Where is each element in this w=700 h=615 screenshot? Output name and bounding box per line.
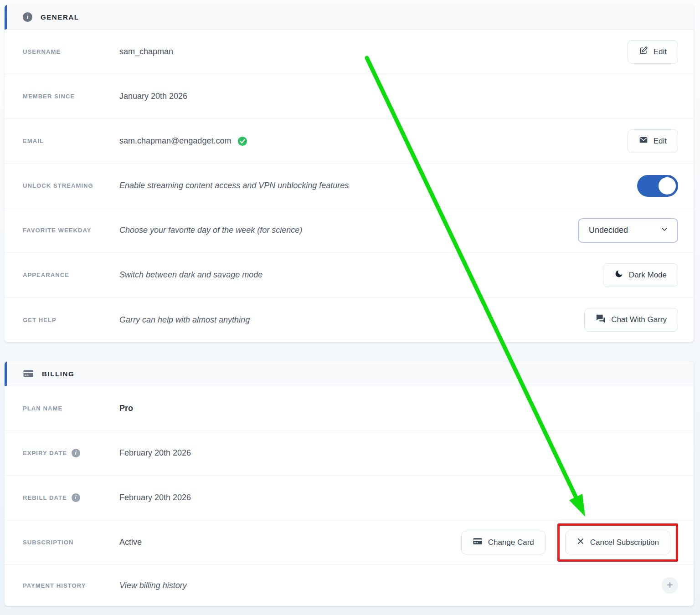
email-value: sam.chapman@engadget.com xyxy=(119,136,231,146)
cancel-subscription-label: Cancel Subscription xyxy=(590,538,659,547)
chevron-down-icon xyxy=(660,225,669,236)
appearance-row: APPEARANCE Switch between dark and savag… xyxy=(5,253,694,297)
info-icon[interactable]: i xyxy=(72,493,80,502)
payment-history-row: PAYMENT HISTORY View billing history + xyxy=(5,565,694,606)
username-row: USERNAME sam_chapman Edit xyxy=(5,30,694,74)
rebill-date-label: REBILL DATE xyxy=(23,494,67,501)
credit-card-icon xyxy=(473,536,483,548)
billing-section-header: BILLING xyxy=(5,361,694,386)
x-icon xyxy=(576,537,585,548)
edit-email-label: Edit xyxy=(654,137,667,146)
edit-username-button[interactable]: Edit xyxy=(628,40,678,64)
get-help-row: GET HELP Garry can help with almost anyt… xyxy=(5,297,694,342)
favorite-weekday-label: FAVORITE WEEKDAY xyxy=(23,227,119,234)
billing-section-title: BILLING xyxy=(42,370,74,378)
moon-icon xyxy=(614,269,623,281)
expiry-date-value: February 20th 2026 xyxy=(119,448,191,458)
envelope-icon xyxy=(639,135,648,147)
edit-email-button[interactable]: Edit xyxy=(628,129,678,153)
plan-name-label: PLAN NAME xyxy=(23,405,119,412)
subscription-status: Active xyxy=(119,538,142,547)
info-icon[interactable]: i xyxy=(72,449,80,457)
billing-section: BILLING PLAN NAME Pro EXPIRY DATE i Febr… xyxy=(5,361,694,606)
username-label: USERNAME xyxy=(23,48,119,55)
appearance-label: APPEARANCE xyxy=(23,272,119,278)
toggle-knob xyxy=(659,177,676,195)
rebill-date-value: February 20th 2026 xyxy=(119,493,191,502)
email-label: EMAIL xyxy=(23,138,119,144)
member-since-row: MEMBER SINCE January 20th 2026 xyxy=(5,74,694,119)
edit-username-label: Edit xyxy=(654,47,667,56)
username-value: sam_chapman xyxy=(119,47,173,56)
unlock-streaming-row: UNLOCK STREAMING Enable streaming conten… xyxy=(5,164,694,208)
email-verified-icon xyxy=(237,136,247,146)
payment-history-label: PAYMENT HISTORY xyxy=(23,582,119,589)
member-since-label: MEMBER SINCE xyxy=(23,93,119,100)
email-row: EMAIL sam.chapman@engadget.com Edit xyxy=(5,119,694,164)
chat-with-garry-button[interactable]: Chat With Garry xyxy=(584,308,678,332)
info-icon: i xyxy=(23,12,32,22)
change-card-button[interactable]: Change Card xyxy=(461,531,546,554)
plan-name-value: Pro xyxy=(119,404,133,413)
general-section: i GENERAL USERNAME sam_chapman Edit MEMB… xyxy=(5,5,694,342)
edit-icon xyxy=(639,46,648,57)
payment-history-value: View billing history xyxy=(119,581,187,590)
appearance-description: Switch between dark and savage mode xyxy=(119,270,262,280)
unlock-streaming-toggle[interactable] xyxy=(637,175,678,197)
favorite-weekday-row: FAVORITE WEEKDAY Choose your favorite da… xyxy=(5,208,694,253)
cancel-subscription-button[interactable]: Cancel Subscription xyxy=(565,531,670,554)
change-card-label: Change Card xyxy=(488,538,534,547)
unlock-streaming-label: UNLOCK STREAMING xyxy=(23,182,119,189)
favorite-weekday-selected: Undecided xyxy=(589,226,628,235)
expiry-date-label: EXPIRY DATE xyxy=(23,450,67,456)
member-since-value: January 20th 2026 xyxy=(119,92,187,101)
unlock-streaming-description: Enable streaming content access and VPN … xyxy=(119,181,349,190)
subscription-row: SUBSCRIPTION Active Change Card Cancel S… xyxy=(5,520,694,565)
expand-payment-history-button[interactable]: + xyxy=(662,577,678,594)
favorite-weekday-select[interactable]: Undecided xyxy=(578,218,678,243)
credit-card-icon xyxy=(23,368,34,379)
favorite-weekday-description: Choose your favorite day of the week (fo… xyxy=(119,226,302,235)
general-section-header: i GENERAL xyxy=(5,5,694,30)
chat-bubbles-icon xyxy=(596,314,606,326)
chat-with-garry-label: Chat With Garry xyxy=(611,315,667,324)
plan-name-row: PLAN NAME Pro xyxy=(5,386,694,431)
get-help-description: Garry can help with almost anything xyxy=(119,315,250,325)
dark-mode-button[interactable]: Dark Mode xyxy=(603,263,678,287)
rebill-date-row: REBILL DATE i February 20th 2026 xyxy=(5,476,694,520)
general-section-title: GENERAL xyxy=(41,13,79,21)
subscription-label: SUBSCRIPTION xyxy=(23,539,119,546)
get-help-label: GET HELP xyxy=(23,317,119,323)
dark-mode-label: Dark Mode xyxy=(629,271,667,280)
expiry-date-row: EXPIRY DATE i February 20th 2026 xyxy=(5,431,694,476)
red-highlight-annotation: Cancel Subscription xyxy=(557,523,678,562)
